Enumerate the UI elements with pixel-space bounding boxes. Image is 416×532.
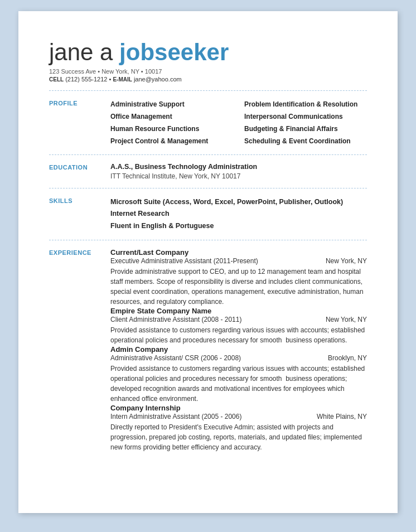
email-label: E-MAIL <box>113 76 132 83</box>
profile-item-2: Office Management <box>110 111 233 122</box>
exp-desc-2: Provided assistance to customers regardi… <box>110 325 367 345</box>
exp-desc-4: Directly reported to President's Executi… <box>110 422 367 452</box>
last-name: jobseeker <box>119 39 229 65</box>
skills-content: Microsoft Suite (Access, Word, Excel, Po… <box>110 196 367 232</box>
email-value: jane@yahoo.com <box>134 76 182 83</box>
skills-item-1: Microsoft Suite (Access, Word, Excel, Po… <box>110 196 367 208</box>
resume-page: jane a jobseeker 123 Success Ave • New Y… <box>18 11 398 513</box>
exp-company-4: Company Internship <box>110 404 367 412</box>
experience-content: Current/Last Company Executive Administr… <box>110 248 367 452</box>
profile-section: PROFILE Administrative Support Problem I… <box>49 99 367 147</box>
exp-role-row-3: Administrative Assistant/ CSR (2006 - 20… <box>110 354 367 362</box>
education-content: A.A.S., Business Technology Administrati… <box>110 163 367 180</box>
cell-label: CELL <box>49 76 64 83</box>
exp-location-1: New York, NY <box>326 257 367 265</box>
exp-company-1: Current/Last Company <box>110 248 367 257</box>
education-degree: A.A.S., Business Technology Administrati… <box>110 163 367 171</box>
profile-item-6: Interpersonal Communications <box>244 111 367 122</box>
profile-item-7: Budgeting & Financial Affairs <box>244 123 367 134</box>
exp-company-2: Empire State Company Name <box>110 307 367 315</box>
experience-section: EXPERIENCE Current/Last Company Executiv… <box>49 248 367 452</box>
education-label: EDUCATION <box>49 163 110 180</box>
exp-role-row-1: Executive Administrative Assistant (2011… <box>110 257 367 265</box>
exp-role-3: Administrative Assistant/ CSR (2006 - 20… <box>110 354 241 362</box>
profile-item-1: Administrative Support <box>110 99 233 110</box>
exp-location-3: Brooklyn, NY <box>328 354 367 362</box>
exp-entry-2: Empire State Company Name Client Adminis… <box>110 307 367 345</box>
divider-1 <box>49 90 367 91</box>
profile-content: Administrative Support Problem Identific… <box>110 99 367 147</box>
profile-grid: Administrative Support Problem Identific… <box>110 99 367 147</box>
exp-role-row-4: Intern Administrative Assistant (2005 - … <box>110 413 367 420</box>
divider-4 <box>49 240 367 240</box>
first-name: jane a <box>49 39 119 65</box>
education-school: ITT Technical Institute, New York, NY 10… <box>110 172 367 180</box>
exp-desc-1: Provide administrative support to CEO, a… <box>110 267 367 307</box>
skills-label: SKILLS <box>49 196 110 232</box>
exp-role-4: Intern Administrative Assistant (2005 - … <box>110 413 241 420</box>
address: 123 Success Ave • New York, NY • 10017 <box>49 68 367 75</box>
profile-item-5: Problem Identification & Resolution <box>244 99 367 110</box>
profile-item-8: Scheduling & Event Coordination <box>244 136 367 147</box>
exp-company-3: Admin Company <box>110 345 367 354</box>
profile-item-3: Human Resource Functions <box>110 123 233 134</box>
experience-label: EXPERIENCE <box>49 248 110 452</box>
skills-item-2: Internet Research <box>110 208 367 220</box>
divider-2 <box>49 154 367 155</box>
exp-location-2: New York, NY <box>326 316 367 323</box>
profile-item-4: Project Control & Management <box>110 136 233 147</box>
exp-role-row-2: Client Administrative Assistant (2008 - … <box>110 316 367 323</box>
exp-entry-1: Current/Last Company Executive Administr… <box>110 248 367 307</box>
skills-item-3: Fluent in English & Portuguese <box>110 220 367 232</box>
name-title: jane a jobseeker <box>49 39 367 66</box>
cell-number: (212) 555-1212 <box>65 76 107 83</box>
exp-entry-3: Admin Company Administrative Assistant/ … <box>110 345 367 404</box>
exp-desc-3: Provided assistance to customers regardi… <box>110 364 367 404</box>
profile-label: PROFILE <box>49 99 110 147</box>
exp-role-1: Executive Administrative Assistant (2011… <box>110 257 258 265</box>
education-section: EDUCATION A.A.S., Business Technology Ad… <box>49 163 367 180</box>
header: jane a jobseeker 123 Success Ave • New Y… <box>49 39 367 83</box>
skills-section: SKILLS Microsoft Suite (Access, Word, Ex… <box>49 196 367 232</box>
exp-location-4: White Plains, NY <box>317 413 367 420</box>
contact: CELL (212) 555-1212 • E-MAIL jane@yahoo.… <box>49 76 367 83</box>
divider-3 <box>49 188 367 188</box>
exp-role-2: Client Administrative Assistant (2008 - … <box>110 316 241 323</box>
exp-entry-4: Company Internship Intern Administrative… <box>110 404 367 452</box>
